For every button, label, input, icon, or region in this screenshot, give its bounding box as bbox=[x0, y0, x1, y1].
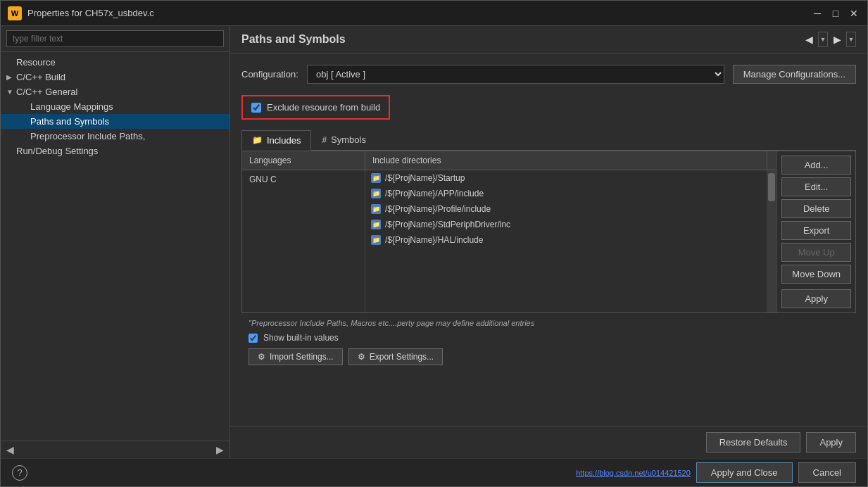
dir-icon: 📁 bbox=[371, 189, 381, 198]
exclude-resource-checkbox[interactable] bbox=[251, 103, 261, 113]
filter-input-wrap bbox=[1, 26, 229, 52]
export-settings-label: Export Settings... bbox=[370, 352, 434, 362]
sidebar-item-paths-symbols[interactable]: Paths and Symbols bbox=[1, 114, 229, 129]
sidebar-item-preprocessor[interactable]: Preprocessor Include Paths, bbox=[1, 129, 229, 144]
gnu-c-label: GNU C bbox=[249, 175, 277, 184]
sidebar-item-label: C/C++ Build bbox=[16, 72, 65, 82]
sidebar-item-label: Paths and Symbols bbox=[30, 116, 109, 127]
tab-symbols[interactable]: # Symbols bbox=[311, 129, 377, 150]
import-settings-label: Import Settings... bbox=[270, 352, 334, 362]
sidebar: Resource ▶ C/C++ Build ▼ C/C++ General L… bbox=[1, 26, 230, 458]
footer-bar: ? https://blog.csdn.net/u014421520 Apply… bbox=[1, 458, 867, 486]
apply-and-close-button[interactable]: Apply and Close bbox=[696, 462, 793, 483]
table-header: Languages Include directories bbox=[242, 151, 776, 170]
import-settings-button[interactable]: ⚙ Import Settings... bbox=[249, 348, 343, 365]
window-controls: ─ □ ✕ bbox=[811, 7, 860, 20]
arrow-icon bbox=[6, 147, 16, 155]
export-button[interactable]: Export bbox=[781, 221, 851, 240]
sidebar-left-arrow[interactable]: ◀ bbox=[6, 444, 14, 455]
restore-defaults-button[interactable]: Restore Defaults bbox=[706, 432, 801, 453]
col-languages-header: Languages bbox=[242, 151, 365, 170]
scroll-thumb bbox=[768, 173, 775, 201]
sidebar-item-langmappings[interactable]: Language Mappings bbox=[1, 99, 229, 114]
main-content: Resource ▶ C/C++ Build ▼ C/C++ General L… bbox=[1, 26, 867, 458]
dir-item-startup[interactable]: 📁 /${ProjName}/Startup bbox=[365, 170, 767, 186]
configuration-select[interactable]: obj [ Active ] bbox=[307, 65, 724, 84]
arrow-icon bbox=[20, 118, 30, 125]
symbols-tab-icon: # bbox=[322, 135, 327, 145]
exclude-resource-row: Exclude resource from build bbox=[241, 95, 390, 120]
help-button[interactable]: ? bbox=[12, 465, 27, 481]
panel-title: Paths and Symbols bbox=[241, 33, 801, 46]
delete-button[interactable]: Delete bbox=[781, 199, 851, 218]
right-panel: Paths and Symbols ◀ ▼ ▶ ▼ Configuration:… bbox=[230, 26, 867, 458]
import-icon: ⚙ bbox=[258, 352, 265, 362]
nav-forward-dropdown[interactable]: ▼ bbox=[846, 32, 856, 47]
export-settings-button[interactable]: ⚙ Export Settings... bbox=[348, 348, 443, 365]
sidebar-item-cppbuild[interactable]: ▶ C/C++ Build bbox=[1, 70, 229, 84]
dir-path: /${ProjName}/APP/include bbox=[385, 189, 484, 198]
panel-header: Paths and Symbols ◀ ▼ ▶ ▼ bbox=[230, 26, 867, 53]
show-builtin-label: Show built-in values bbox=[263, 333, 339, 343]
nav-back-button[interactable]: ◀ bbox=[801, 32, 817, 47]
includes-tab-icon: 📁 bbox=[252, 135, 263, 145]
maximize-button[interactable]: □ bbox=[829, 7, 842, 20]
includes-panel: Languages Include directories GNU C bbox=[241, 151, 856, 313]
sidebar-bottom: ◀ ▶ bbox=[1, 441, 229, 458]
nav-forward-button[interactable]: ▶ bbox=[829, 32, 845, 47]
table-area: Languages Include directories GNU C bbox=[242, 151, 776, 312]
info-text: "Preprocessor Include Paths, Macros etc.… bbox=[241, 313, 856, 330]
apply-only-button[interactable]: Apply bbox=[806, 432, 856, 453]
sidebar-item-label: Language Mappings bbox=[30, 101, 113, 112]
tabs-bar: 📁 Includes # Symbols bbox=[241, 129, 856, 151]
show-builtin-checkbox[interactable] bbox=[249, 334, 258, 343]
dir-icon: 📁 bbox=[371, 220, 381, 229]
gnu-c-lang-cell: GNU C bbox=[242, 170, 365, 312]
dir-item-profile-include[interactable]: 📁 /${ProjName}/Profile/include bbox=[365, 201, 767, 217]
tab-includes[interactable]: 📁 Includes bbox=[241, 130, 311, 151]
apply-button[interactable]: Apply bbox=[781, 289, 851, 308]
add-button[interactable]: Add... bbox=[781, 156, 851, 175]
window-title: Properties for CH57x_usbdev.c bbox=[27, 8, 811, 18]
dir-item-app-include[interactable]: 📁 /${ProjName}/APP/include bbox=[365, 186, 767, 201]
export-icon: ⚙ bbox=[358, 352, 365, 362]
main-window: W Properties for CH57x_usbdev.c ─ □ ✕ Re… bbox=[0, 0, 868, 487]
configuration-label: Configuration: bbox=[241, 69, 298, 80]
close-button[interactable]: ✕ bbox=[848, 7, 860, 20]
arrow-icon: ▶ bbox=[6, 73, 16, 81]
exclude-resource-label: Exclude resource from build bbox=[267, 102, 380, 113]
move-down-button[interactable]: Move Down bbox=[781, 265, 851, 284]
move-up-button[interactable]: Move Up bbox=[781, 243, 851, 262]
dir-item-stdperiph-include[interactable]: 📁 /${ProjName}/StdPeriphDriver/inc bbox=[365, 217, 767, 232]
sidebar-tree: Resource ▶ C/C++ Build ▼ C/C++ General L… bbox=[1, 52, 229, 441]
sidebar-item-resource[interactable]: Resource bbox=[1, 55, 229, 70]
table-scrollbar[interactable] bbox=[767, 170, 776, 312]
config-select-wrap: obj [ Active ] Manage Configurations... bbox=[307, 65, 856, 84]
sidebar-item-cppgeneral[interactable]: ▼ C/C++ General bbox=[1, 84, 229, 99]
dir-path: /${ProjName}/StdPeriphDriver/inc bbox=[385, 220, 510, 229]
import-export-row: ⚙ Import Settings... ⚙ Export Settings..… bbox=[241, 348, 856, 372]
dir-path: /${ProjName}/Profile/include bbox=[385, 204, 491, 214]
scroll-header-placeholder bbox=[767, 151, 776, 170]
sidebar-item-label: C/C++ General bbox=[16, 87, 77, 97]
arrow-icon bbox=[20, 132, 30, 140]
panel-nav: ◀ ▼ ▶ ▼ bbox=[801, 32, 856, 47]
footer-right: https://blog.csdn.net/u014421520 Apply a… bbox=[576, 462, 856, 483]
dir-icon: 📁 bbox=[371, 204, 381, 214]
minimize-button[interactable]: ─ bbox=[811, 7, 824, 20]
sidebar-item-rundebug[interactable]: Run/Debug Settings bbox=[1, 144, 229, 158]
table-body: GNU C 📁 /${ProjName}/Startup 📁 /${ProjNa… bbox=[242, 170, 776, 312]
sidebar-item-label: Resource bbox=[16, 57, 56, 68]
dir-icon: 📁 bbox=[371, 173, 381, 183]
manage-configurations-button[interactable]: Manage Configurations... bbox=[733, 65, 856, 84]
footer-link[interactable]: https://blog.csdn.net/u014421520 bbox=[576, 469, 691, 477]
dir-item-hal-include[interactable]: 📁 /${ProjName}/HAL/include bbox=[365, 232, 767, 248]
dirs-column: 📁 /${ProjName}/Startup 📁 /${ProjName}/AP… bbox=[365, 170, 767, 312]
filter-input[interactable] bbox=[6, 30, 224, 47]
nav-back-dropdown[interactable]: ▼ bbox=[818, 32, 828, 47]
edit-button[interactable]: Edit... bbox=[781, 177, 851, 196]
cancel-button[interactable]: Cancel bbox=[798, 462, 856, 483]
panel-body: Configuration: obj [ Active ] Manage Con… bbox=[230, 53, 867, 426]
sidebar-right-arrow[interactable]: ▶ bbox=[216, 444, 224, 455]
arrow-icon bbox=[20, 103, 30, 110]
